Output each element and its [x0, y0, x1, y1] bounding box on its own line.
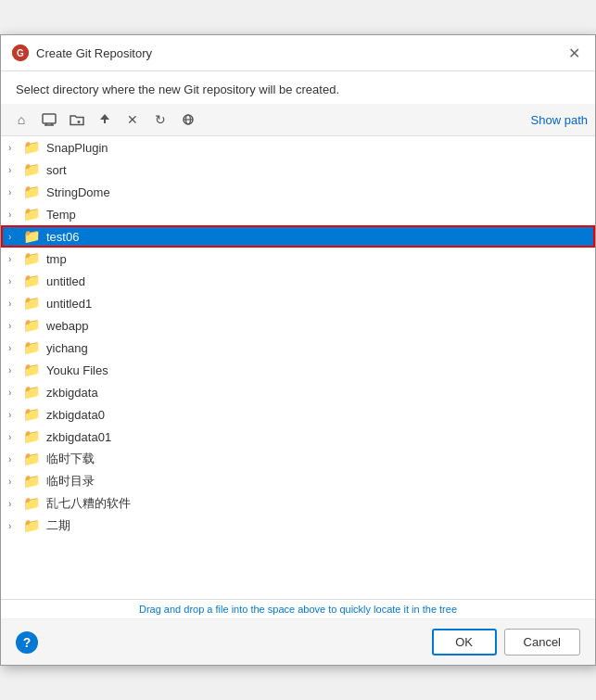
chevron-icon: ›	[8, 477, 23, 487]
folder-icon: 📁	[23, 451, 41, 467]
new-folder-button[interactable]	[64, 108, 90, 132]
item-label: 临时目录	[46, 473, 95, 490]
item-label: webapp	[46, 319, 89, 333]
folder-icon: 📁	[23, 362, 41, 378]
help-button[interactable]: ?	[16, 631, 38, 654]
chevron-icon: ›	[8, 343, 23, 353]
folder-icon: 📁	[23, 161, 41, 178]
dialog-footer: ? OK Cancel	[1, 619, 595, 665]
chevron-icon: ›	[8, 143, 23, 153]
ok-button[interactable]: OK	[432, 629, 497, 655]
tree-item[interactable]: › 📁 Temp	[1, 203, 595, 225]
tree-item[interactable]: › 📁 Youku Files	[1, 359, 595, 381]
tree-item[interactable]: › 📁 二期	[1, 515, 595, 537]
chevron-icon: ›	[8, 187, 23, 197]
tree-item[interactable]: › 📁 临时目录	[1, 470, 595, 492]
chevron-icon: ›	[8, 299, 23, 309]
dialog-title: Create Git Repository	[36, 46, 152, 60]
chevron-icon: ›	[8, 232, 23, 242]
item-label: untitled1	[46, 297, 92, 311]
home-button[interactable]: ⌂	[8, 108, 34, 132]
app-icon: G	[12, 45, 29, 61]
drag-hint: Drag and drop a file into the space abov…	[1, 600, 595, 619]
title-bar: G Create Git Repository ✕	[1, 35, 595, 71]
item-label: untitled	[46, 274, 85, 288]
refresh-button[interactable]: ↻	[147, 108, 173, 132]
folder-icon: 📁	[23, 317, 41, 334]
folder-icon: 📁	[23, 184, 41, 200]
folder-icon: 📁	[23, 473, 41, 490]
item-label: sort	[46, 163, 67, 177]
folder-icon: 📁	[23, 517, 41, 534]
chevron-icon: ›	[8, 321, 23, 331]
file-tree[interactable]: › 📁 SnapPlugin › 📁 sort › 📁 StringDome ›…	[1, 136, 595, 600]
item-label: 乱七八糟的软件	[46, 495, 131, 512]
chevron-icon: ›	[8, 432, 23, 442]
tree-item[interactable]: › 📁 webapp	[1, 314, 595, 337]
navigate-up-button[interactable]	[92, 108, 118, 132]
item-label: 临时下载	[46, 451, 95, 467]
folder-icon: 📁	[23, 273, 41, 289]
folder-icon: 📁	[23, 228, 41, 245]
chevron-icon: ›	[8, 410, 23, 420]
selected-tree-item[interactable]: › 📁 test06	[1, 225, 595, 248]
chevron-icon: ›	[8, 210, 23, 220]
item-label: SnapPlugin	[46, 141, 108, 155]
delete-button[interactable]: ✕	[120, 108, 146, 132]
title-bar-left: G Create Git Repository	[12, 45, 152, 61]
item-label: zkbigdata0	[46, 408, 105, 422]
item-label: yichang	[46, 341, 88, 355]
footer-buttons: OK Cancel	[432, 629, 580, 655]
folder-icon: 📁	[23, 384, 41, 401]
item-label: zkbigdata	[46, 386, 98, 400]
svg-text:G: G	[17, 48, 24, 58]
tree-item[interactable]: › 📁 tmp	[1, 248, 595, 270]
tree-item[interactable]: › 📁 untitled1	[1, 292, 595, 314]
chevron-icon: ›	[8, 499, 23, 509]
svg-rect-2	[43, 114, 56, 123]
cancel-button[interactable]: Cancel	[504, 629, 580, 655]
tree-item[interactable]: › 📁 yichang	[1, 337, 595, 359]
folder-icon: 📁	[23, 139, 41, 156]
chevron-icon: ›	[8, 254, 23, 264]
dialog-window: G Create Git Repository ✕ Select directo…	[0, 34, 596, 666]
tree-item[interactable]: › 📁 SnapPlugin	[1, 136, 595, 159]
link-button[interactable]	[175, 108, 201, 132]
tree-item[interactable]: › 📁 zkbigdata01	[1, 426, 595, 448]
folder-icon: 📁	[23, 206, 41, 223]
item-label: zkbigdata01	[46, 430, 111, 444]
tree-item[interactable]: › 📁 zkbigdata	[1, 381, 595, 403]
item-label: tmp	[46, 252, 67, 266]
item-label: Temp	[46, 208, 76, 222]
folder-icon: 📁	[23, 339, 41, 356]
item-label: test06	[46, 230, 79, 244]
toolbar: ⌂ ✕ ↻ Show path	[1, 104, 595, 136]
tree-item[interactable]: › 📁 untitled	[1, 270, 595, 292]
folder-icon: 📁	[23, 428, 41, 445]
tree-item[interactable]: › 📁 乱七八糟的软件	[1, 492, 595, 515]
tree-item[interactable]: › 📁 临时下载	[1, 448, 595, 470]
folder-icon: 📁	[23, 295, 41, 312]
tree-item[interactable]: › 📁 zkbigdata0	[1, 403, 595, 426]
chevron-icon: ›	[8, 454, 23, 465]
chevron-icon: ›	[8, 276, 23, 286]
chevron-icon: ›	[8, 365, 23, 375]
folder-icon: 📁	[23, 406, 41, 423]
item-label: 二期	[46, 517, 70, 534]
folder-icon: 📁	[23, 250, 41, 267]
desktop-button[interactable]	[36, 108, 62, 132]
item-label: StringDome	[46, 185, 110, 199]
show-path-button[interactable]: Show path	[531, 113, 588, 127]
chevron-icon: ›	[8, 521, 23, 531]
folder-icon: 📁	[23, 495, 41, 512]
chevron-icon: ›	[8, 165, 23, 175]
tree-item[interactable]: › 📁 StringDome	[1, 181, 595, 203]
dialog-description: Select directory where the new Git repos…	[1, 71, 595, 104]
tree-item[interactable]: › 📁 sort	[1, 159, 595, 181]
close-button[interactable]: ✕	[564, 43, 584, 63]
item-label: Youku Files	[46, 363, 108, 377]
chevron-icon: ›	[8, 388, 23, 398]
